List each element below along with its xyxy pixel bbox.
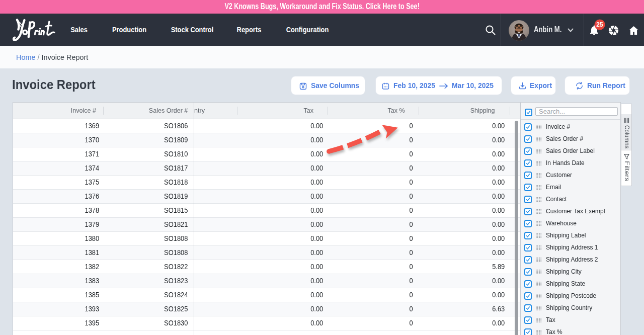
svg-text:25: 25 (596, 21, 603, 28)
